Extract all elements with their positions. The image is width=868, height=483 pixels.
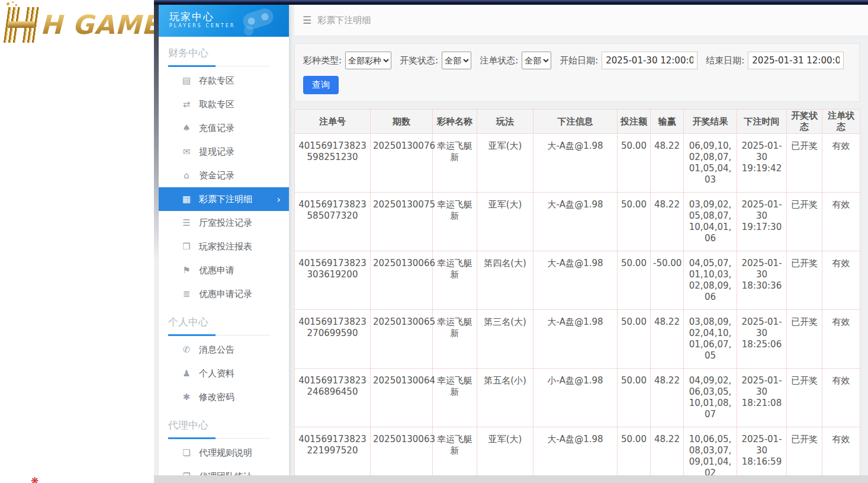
table-cell: 幸运飞艇新 [433,427,477,476]
sidebar-item-announcements[interactable]: ✆消息公告 [159,338,289,362]
table-cell: 401569173823221997520 [295,427,371,476]
bet-row: 40156917382330361920020250130066幸运飞艇新第四名… [295,251,860,310]
sidebar-item-withdrawal-records[interactable]: ✉提现记录 [159,140,289,164]
sidebar-item-recharge-records[interactable]: ♠充值记录 [159,116,289,140]
person-icon: ♟ [181,368,192,379]
sidebar-item-promo-apply[interactable]: ⚑优惠申请 [159,258,289,282]
table-cell: 20250130065 [371,310,433,369]
sidebar-item-withdraw-zone[interactable]: ⇄取款专区 [159,92,289,116]
start-date-input[interactable] [602,52,697,69]
table-cell: -50.00 [651,251,684,310]
table-cell: 有效 [822,310,860,369]
table-cell: 20250130064 [371,369,433,427]
table-cell: 401569173823585077320 [295,193,371,251]
table-cell: 401569173823598251230 [295,134,371,193]
table-cell: 亚军(大) [477,134,533,193]
table-cell: 亚军(大) [477,193,533,251]
hall-records-icon: ☰ [181,217,192,228]
table-cell: 大-A盘@1.98 [533,427,618,476]
sidebar-item-label: 个人资料 [199,368,234,379]
sidebar-item-lottery-bet-details[interactable]: ▦彩票下注明细› [159,187,289,211]
sidebar-item-label: 彩票下注明细 [199,194,252,205]
draw-status-label: 开奖状态: [400,55,438,66]
table-cell: 2025-01-30 18:30:36 [737,251,787,310]
table-cell: 50.00 [618,310,651,369]
sidebar-subtitle: PLAYERS CENTER [169,23,289,28]
gear-icon: ✱ [181,392,192,402]
deposit-card-icon: ▤ [181,75,192,86]
section-title: 财务中心 [159,37,289,65]
brand-logo-text: H GAME [40,7,160,43]
lottery-type-select[interactable]: 全部彩种 [345,52,391,69]
brand-logo: H GAME [5,7,160,43]
sidebar-item-profile[interactable]: ♟个人资料 [159,362,289,385]
sidebar-item-agent-rules[interactable]: ❏代理规则说明 [159,441,289,465]
sidebar-item-label: 充值记录 [199,123,234,134]
table-cell: 2025-01-30 18:25:06 [737,310,787,369]
app-region: 玩家中心 PLAYERS CENTER 财务中心▤存款专区⇄取款专区♠充值记录✉… [154,0,868,483]
table-cell: 03,09,02,05,08,07,10,04,01,06 [684,193,737,251]
order-status-label: 注单状态: [480,55,518,66]
table-cell: 06,09,10,02,08,07,01,05,04,03 [684,134,737,193]
table-cell: 幸运飞艇新 [433,369,477,427]
column-header: 输赢 [651,110,684,134]
bet-row: 40156917382324689645020250130064幸运飞艇新第五名… [295,369,860,427]
cash-envelope-icon: ✉ [181,146,192,157]
column-header: 注单号 [295,110,371,134]
end-date-label: 结束日期: [706,55,744,66]
sidebar-item-hall-bet-records[interactable]: ☰厅室投注记录 [159,211,289,235]
table-cell: 50.00 [618,193,651,251]
sidebar-item-promo-apply-records[interactable]: ≣优惠申请记录 [159,282,289,306]
lottery-type-label: 彩种类型: [303,55,342,66]
column-header: 开奖状态 [787,110,822,134]
report-chart-icon: ❒ [181,241,192,252]
section-title: 个人中心 [159,306,289,334]
main-area: ☰ 彩票下注明细 彩种类型: 全部彩种 开奖状态: 全部 注单状 [294,5,868,475]
sidebar-item-deposit-zone[interactable]: ▤存款专区 [159,69,289,92]
table-cell: 幸运飞艇新 [433,251,477,310]
order-status-select[interactable]: 全部 [522,52,551,69]
table-cell: 401569173823303619200 [295,251,371,310]
top-dark-strip [154,0,868,5]
announcement-bell-icon: ✆ [181,344,192,355]
query-button[interactable]: 查询 [303,76,339,94]
bottom-gray-strip [154,475,868,483]
bet-row: 40156917382359825123020250130076幸运飞艇新亚军(… [295,134,860,193]
table-cell: 48.22 [651,369,684,427]
sidebar-item-funds-records[interactable]: ⌂资金记录 [159,164,289,187]
table-cell: 04,09,02,06,03,05,10,01,08,07 [684,369,737,427]
table-cell: 已开奖 [787,134,822,193]
funds-bank-icon: ⌂ [181,170,192,181]
brand-logo-h-mark-icon [2,7,40,43]
column-header: 下注信息 [533,110,618,134]
table-cell: 04,05,07,01,10,03,02,08,09,06 [684,251,737,310]
sidebar-item-player-bet-report[interactable]: ❒玩家投注报表 [159,235,289,258]
table-cell: 已开奖 [787,310,822,369]
left-dark-strip [154,5,159,260]
draw-status-select[interactable]: 全部 [442,52,471,69]
sidebar-item-label: 取款专区 [199,99,234,110]
table-cell: 20250130075 [371,193,433,251]
column-header: 玩法 [477,110,533,134]
hamburger-menu-icon[interactable]: ☰ [303,14,311,26]
money-bag-icon: ♠ [181,123,192,133]
sidebar-item-agent-team-stats[interactable]: ❐代理团队统计 [159,465,289,475]
table-cell: 2025-01-30 19:17:30 [737,193,787,251]
breadcrumb-bar: ☰ 彩票下注明细 [294,5,868,36]
table-cell: 20250130063 [371,427,433,476]
sidebar-item-label: 代理团队统计 [199,471,252,476]
table-cell: 2025-01-30 19:19:42 [737,134,787,193]
sidebar-item-change-password[interactable]: ✱修改密码 [159,385,289,409]
table-cell: 已开奖 [787,369,822,427]
end-date-input[interactable] [748,52,844,69]
table-cell: 20250130066 [371,251,433,310]
sidebar-item-label: 存款专区 [199,75,234,87]
lottery-list-icon: ▦ [181,194,192,204]
table-cell: 小-A盘@1.98 [533,369,618,427]
bet-row: 40156917382358507732020250130075幸运飞艇新亚军(… [295,193,860,251]
table-cell: 401569173823270699590 [295,310,371,369]
bet-row: 40156917382327069959020250130065幸运飞艇新第三名… [295,310,860,369]
table-cell: 大-A盘@1.98 [533,193,618,251]
sidebar-header: 玩家中心 PLAYERS CENTER [159,5,289,37]
table-cell: 有效 [822,427,860,476]
